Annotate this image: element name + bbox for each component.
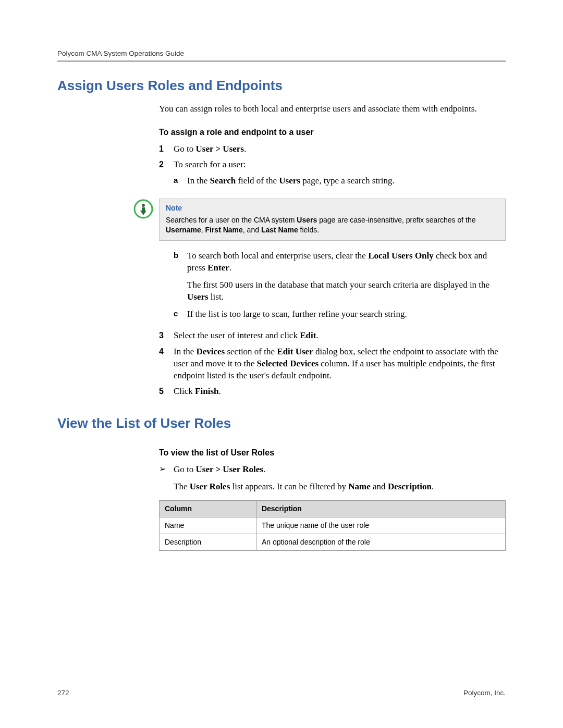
note-callout: Note Searches for a user on the CMA syst… (133, 199, 506, 241)
alpha-text: If the list is too large to scan, furthe… (187, 309, 506, 320)
numbered-list-cont: b To search both local and enterprise us… (159, 250, 506, 398)
table-row: Description An optional description of t… (160, 534, 506, 550)
numbered-list: 1 Go to User > Users. 2 To search for a … (159, 143, 506, 193)
step-text: Select the user of interest and click Ed… (174, 330, 506, 342)
step-2a: a In the Search field of the Users page,… (174, 175, 506, 187)
step-1: 1 Go to User > Users. (159, 143, 506, 155)
page-footer: 272 Polycom, Inc. (57, 689, 506, 697)
step-number: 3 (159, 330, 174, 342)
alpha-letter: c (174, 309, 187, 320)
step-text: Go to User > Users. (174, 143, 506, 155)
running-header: Polycom CMA System Operations Guide (57, 50, 506, 57)
arrow-text: Go to User > User Roles. The User Roles … (174, 464, 506, 493)
step-3: 3 Select the user of interest and click … (159, 330, 506, 342)
alpha-text: In the Search field of the Users page, t… (187, 175, 506, 187)
table-header-row: Column Description (160, 500, 506, 517)
alpha-letter: b (174, 250, 187, 303)
table-header: Description (256, 500, 505, 517)
section-body: To view the list of User Roles ➢ Go to U… (159, 447, 506, 550)
alpha-list: a In the Search field of the Users page,… (174, 175, 506, 187)
section-heading: View the List of User Roles (57, 415, 506, 431)
step-text: In the Devices section of the Edit User … (174, 346, 506, 382)
note-title: Note (166, 203, 499, 213)
table-row: Name The unique name of the user role (160, 517, 506, 534)
table-cell: The unique name of the user role (256, 517, 505, 534)
step-2c: c If the list is too large to scan, furt… (174, 309, 506, 320)
alpha-text: To search both local and enterprise user… (187, 250, 506, 303)
procedure-subhead: To view the list of User Roles (159, 447, 506, 459)
step-4: 4 In the Devices section of the Edit Use… (159, 346, 506, 382)
step-text: Click Finish. (174, 386, 506, 398)
table-header: Column (160, 500, 256, 517)
company-name: Polycom, Inc. (463, 689, 506, 697)
step-2-cont: b To search both local and enterprise us… (159, 250, 506, 326)
section-body: You can assign roles to both local and e… (159, 103, 506, 398)
note-icon (133, 199, 156, 219)
alpha-letter: a (174, 175, 187, 187)
user-roles-table: Column Description Name The unique name … (159, 500, 506, 551)
step-5: 5 Click Finish. (159, 386, 506, 398)
step-text: To search for a user: a In the Search fi… (174, 159, 506, 192)
step-number: 2 (159, 159, 174, 192)
document-page: Polycom CMA System Operations Guide Assi… (0, 0, 563, 728)
intro-paragraph: You can assign roles to both local and e… (159, 103, 506, 115)
step-number-blank (159, 250, 174, 326)
table-cell: Description (160, 534, 256, 550)
arrow-step: ➢ Go to User > User Roles. The User Role… (159, 464, 506, 493)
step-2: 2 To search for a user: a In the Search … (159, 159, 506, 192)
arrow-icon: ➢ (159, 464, 174, 493)
step-number: 4 (159, 346, 174, 382)
procedure-subhead: To assign a role and endpoint to a user (159, 127, 506, 138)
page-number: 272 (57, 689, 69, 697)
arrow-list: ➢ Go to User > User Roles. The User Role… (159, 464, 506, 493)
header-rule (57, 60, 506, 62)
section-heading: Assign Users Roles and Endpoints (57, 78, 506, 94)
alpha-list-cont: b To search both local and enterprise us… (174, 250, 506, 320)
step-2b: b To search both local and enterprise us… (174, 250, 506, 303)
note-box: Note Searches for a user on the CMA syst… (159, 199, 506, 241)
step-number: 1 (159, 143, 174, 155)
table-cell: An optional description of the role (256, 534, 505, 550)
step-number: 5 (159, 386, 174, 398)
table-cell: Name (160, 517, 256, 534)
note-body: Searches for a user on the CMA system Us… (166, 215, 499, 235)
